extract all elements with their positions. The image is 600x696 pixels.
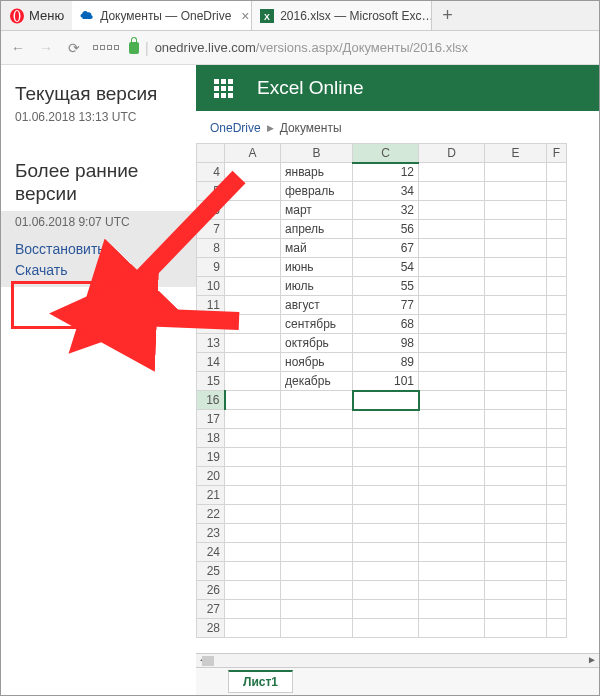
row-header[interactable]: 5	[197, 182, 225, 201]
column-header[interactable]: B	[281, 144, 353, 163]
row-header[interactable]: 19	[197, 448, 225, 467]
cell[interactable]	[281, 619, 353, 638]
download-link[interactable]: Скачать	[15, 260, 182, 281]
cell[interactable]	[485, 505, 547, 524]
cell[interactable]	[419, 410, 485, 429]
restore-link[interactable]: Восстановить	[15, 239, 182, 260]
cell[interactable]: апрель	[281, 220, 353, 239]
cell[interactable]	[419, 334, 485, 353]
cell[interactable]	[547, 505, 567, 524]
cell[interactable]	[547, 467, 567, 486]
cell[interactable]	[419, 429, 485, 448]
cell[interactable]	[225, 201, 281, 220]
cell[interactable]	[485, 562, 547, 581]
cell[interactable]	[485, 372, 547, 391]
cell[interactable]	[547, 448, 567, 467]
cell[interactable]	[485, 486, 547, 505]
cell[interactable]	[547, 239, 567, 258]
cell[interactable]	[225, 163, 281, 182]
cell[interactable]	[225, 429, 281, 448]
new-tab-button[interactable]: +	[432, 5, 463, 26]
cell[interactable]	[547, 524, 567, 543]
row-header[interactable]: 22	[197, 505, 225, 524]
cell[interactable]	[353, 448, 419, 467]
row-header[interactable]: 21	[197, 486, 225, 505]
cell[interactable]	[281, 543, 353, 562]
cell[interactable]	[547, 182, 567, 201]
cell[interactable]	[419, 543, 485, 562]
cell[interactable]	[547, 296, 567, 315]
cell[interactable]	[281, 391, 353, 410]
cell[interactable]	[485, 524, 547, 543]
cell[interactable]	[281, 562, 353, 581]
cell[interactable]	[419, 391, 485, 410]
cell[interactable]	[281, 581, 353, 600]
cell[interactable]	[547, 163, 567, 182]
cell[interactable]: 12	[353, 163, 419, 182]
cell[interactable]	[225, 220, 281, 239]
cell[interactable]	[485, 353, 547, 372]
cell[interactable]	[547, 600, 567, 619]
column-header[interactable]: E	[485, 144, 547, 163]
cell[interactable]: май	[281, 239, 353, 258]
horizontal-scrollbar[interactable]: ◄ ►	[196, 653, 599, 667]
cell[interactable]	[547, 372, 567, 391]
cell[interactable]: 89	[353, 353, 419, 372]
row-header[interactable]: 11	[197, 296, 225, 315]
cell[interactable]	[353, 562, 419, 581]
cell[interactable]	[419, 258, 485, 277]
cell[interactable]	[547, 201, 567, 220]
cell[interactable]	[353, 505, 419, 524]
cell[interactable]	[419, 505, 485, 524]
cell[interactable]: июнь	[281, 258, 353, 277]
back-button[interactable]: ←	[9, 40, 27, 56]
cell[interactable]	[419, 467, 485, 486]
close-icon[interactable]: ×	[241, 8, 249, 24]
cell[interactable]	[225, 391, 281, 410]
cell[interactable]	[485, 258, 547, 277]
cell[interactable]	[419, 182, 485, 201]
cell[interactable]	[547, 543, 567, 562]
cell[interactable]	[419, 448, 485, 467]
cell[interactable]	[281, 505, 353, 524]
cell[interactable]: февраль	[281, 182, 353, 201]
row-header[interactable]: 27	[197, 600, 225, 619]
breadcrumb-root[interactable]: OneDrive	[210, 121, 261, 135]
cell[interactable]	[281, 448, 353, 467]
cell[interactable]	[419, 315, 485, 334]
cell[interactable]	[225, 581, 281, 600]
cell[interactable]	[485, 600, 547, 619]
row-header[interactable]: 28	[197, 619, 225, 638]
cell[interactable]	[485, 315, 547, 334]
cell[interactable]	[419, 562, 485, 581]
cell[interactable]	[485, 391, 547, 410]
cell[interactable]: 98	[353, 334, 419, 353]
cell[interactable]	[225, 296, 281, 315]
row-header[interactable]: 10	[197, 277, 225, 296]
row-header[interactable]: 20	[197, 467, 225, 486]
cell[interactable]	[485, 182, 547, 201]
cell[interactable]: 68	[353, 315, 419, 334]
cell[interactable]: декабрь	[281, 372, 353, 391]
cell[interactable]	[353, 467, 419, 486]
cell[interactable]	[547, 315, 567, 334]
cell[interactable]	[225, 619, 281, 638]
cell[interactable]: 34	[353, 182, 419, 201]
cell[interactable]	[485, 334, 547, 353]
url-field[interactable]: | onedrive.live.com/versions.aspx/Докуме…	[129, 40, 591, 56]
cell[interactable]	[353, 524, 419, 543]
browser-tab[interactable]: Документы — OneDrive ×	[72, 1, 252, 30]
cell[interactable]	[419, 277, 485, 296]
browser-tab[interactable]: X 2016.xlsx — Microsoft Exc… ×	[252, 1, 432, 30]
cell[interactable]	[485, 581, 547, 600]
row-header[interactable]: 12	[197, 315, 225, 334]
row-header[interactable]: 17	[197, 410, 225, 429]
cell[interactable]	[225, 315, 281, 334]
cell[interactable]	[353, 486, 419, 505]
cell[interactable]	[225, 239, 281, 258]
cell[interactable]	[225, 277, 281, 296]
cell[interactable]	[419, 296, 485, 315]
cell[interactable]	[547, 410, 567, 429]
cell[interactable]	[485, 296, 547, 315]
cell[interactable]	[419, 372, 485, 391]
